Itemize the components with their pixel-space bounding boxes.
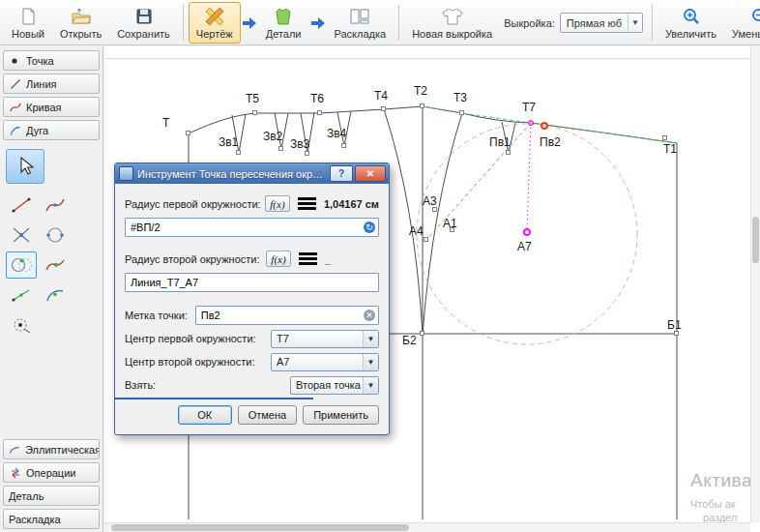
pattern-point-Т[interactable] <box>186 131 190 135</box>
pattern-point-label: А4 <box>409 225 424 238</box>
dialog-help-button[interactable]: ? <box>330 165 353 182</box>
pattern-point-label: А3 <box>423 195 437 208</box>
radius2-formula-wrap <box>125 273 379 292</box>
radius1-formula-wrap: ↻ <box>125 218 379 237</box>
pattern-point-label: Зв4 <box>327 128 346 140</box>
pattern-point-А7[interactable] <box>523 228 531 236</box>
center2-label: Центр второй окружности: <box>125 356 254 368</box>
focus-underline <box>115 398 313 399</box>
pattern-point-Т6[interactable] <box>317 110 322 115</box>
radius2-computed-value: _ <box>325 253 379 265</box>
pattern-point-label: А7 <box>517 241 532 253</box>
dialog-window-icon <box>119 166 133 181</box>
activation-watermark: Актива Чтобы ак раздел <box>690 470 752 523</box>
pattern-point-label: Т6 <box>310 93 324 105</box>
pattern-point-Т2[interactable] <box>420 103 424 108</box>
center1-label: Центр первой окружности: <box>125 333 256 344</box>
dialog-body: Радиус первой окружности: f(x) 1,04167 с… <box>115 184 389 434</box>
vertical-scrollbar[interactable] <box>750 46 760 522</box>
ok-button[interactable]: ОК <box>178 405 232 425</box>
radius2-formula-input[interactable] <box>125 273 379 292</box>
horizontal-scrollbar[interactable] <box>104 522 750 532</box>
watermark-line1: Актива <box>690 470 752 491</box>
pattern-point-Пв2[interactable] <box>541 122 548 130</box>
dialog-close-button[interactable]: ✕ <box>355 165 386 182</box>
pattern-point-Пв1[interactable] <box>506 150 511 155</box>
take-value: Вторая точка <box>296 379 361 391</box>
center1-combobox[interactable]: Т7 ▼ <box>271 330 379 348</box>
radius2-row: Радиус второй окружности: f(x) _ <box>125 251 379 267</box>
formula-bars-icon <box>299 252 317 265</box>
vertical-scrollbar-thumb[interactable] <box>752 217 759 263</box>
dialog-titlebar[interactable]: Инструмент Точка пересечения окружностей… <box>115 163 389 184</box>
chevron-down-icon: ▼ <box>363 377 378 394</box>
clear-icon[interactable]: ✕ <box>364 310 375 321</box>
dialog-buttons-row: ОК Отмена Применить <box>125 405 379 425</box>
pattern-point-Т7[interactable] <box>528 120 534 126</box>
pattern-point-label: Пв1 <box>489 136 511 149</box>
center1-row: Центр первой окружности: Т7 ▼ <box>125 329 379 348</box>
point-label-wrap: ✕ <box>195 306 379 325</box>
pattern-point-Т1[interactable] <box>662 135 667 140</box>
pattern-point-label: Т2 <box>414 85 427 98</box>
pattern-point-label: А1 <box>443 218 457 230</box>
pattern-point-Зв4[interactable] <box>341 143 346 148</box>
pattern-point-label: Пв2 <box>540 136 561 149</box>
radius1-label: Радиус первой окружности: <box>125 198 265 210</box>
point-label-input[interactable] <box>195 306 379 325</box>
take-combobox[interactable]: Вторая точка ▼ <box>290 376 379 395</box>
pattern-point-label: Т7 <box>522 102 536 114</box>
pattern-point-Зв2[interactable] <box>278 146 283 151</box>
pattern-point-Зв1[interactable] <box>236 150 241 155</box>
cancel-button[interactable]: Отмена <box>238 405 297 425</box>
radius1-row: Радиус первой окружности: f(x) 1,04167 с… <box>125 195 379 212</box>
center2-value: А7 <box>277 356 289 368</box>
pattern-point-label: Т3 <box>453 92 467 104</box>
pattern-point-Б2[interactable] <box>420 331 424 336</box>
center2-combobox[interactable]: А7 ▼ <box>271 353 379 371</box>
pattern-point-label: Зв1 <box>219 136 238 149</box>
radius1-formula-input[interactable] <box>125 218 379 237</box>
pattern-point-label: Зв2 <box>263 131 282 143</box>
center1-value: Т7 <box>277 333 289 344</box>
pattern-point-Зв3[interactable] <box>305 151 309 156</box>
pattern-point-label: Б2 <box>402 335 417 347</box>
formula-bars-icon <box>298 197 316 210</box>
radius1-computed-value: 1,04167 см <box>324 198 379 210</box>
pattern-point-Т3[interactable] <box>459 110 464 115</box>
pattern-point-label: Т4 <box>374 90 388 103</box>
point-label-row: Метка точки: ✕ <box>125 306 379 325</box>
dialog-title: Инструмент Точка пересечения окружностей… <box>133 168 328 180</box>
chevron-down-icon: ▼ <box>363 331 378 347</box>
horizontal-scrollbar-thumb[interactable] <box>111 524 409 531</box>
take-row: Взять: Вторая точка ▼ <box>125 375 379 395</box>
pattern-point-label: Зв3 <box>290 138 309 151</box>
radius2-label: Радиус второй окружности: <box>125 253 266 265</box>
chevron-down-icon: ▼ <box>363 354 378 370</box>
center2-row: Центр второй окружности: А7 ▼ <box>125 352 379 371</box>
apply-button[interactable]: Применить <box>303 405 379 425</box>
point-label-label: Метка точки: <box>125 310 188 321</box>
pattern-point-label: Т <box>162 117 169 130</box>
pattern-point-Т4[interactable] <box>381 106 386 111</box>
pattern-point-label: Т1 <box>663 143 677 156</box>
pattern-point-Т5[interactable] <box>252 110 257 115</box>
watermark-line2: Чтобы ак <box>690 498 752 510</box>
pattern-point-label: Т5 <box>246 93 259 105</box>
pattern-point-label: Б1 <box>667 319 682 332</box>
intersect-circles-dialog: Инструмент Точка пересечения окружностей… <box>114 163 390 435</box>
radius2-fx-button[interactable]: f(x) <box>266 251 291 267</box>
pattern-point-А4[interactable] <box>424 237 428 242</box>
take-label: Взять: <box>125 379 156 391</box>
radius1-fx-button[interactable]: f(x) <box>265 195 290 212</box>
history-icon[interactable]: ↻ <box>364 222 375 233</box>
app-window: Новый Открыть Сохранить Чертёж <box>0 0 760 532</box>
